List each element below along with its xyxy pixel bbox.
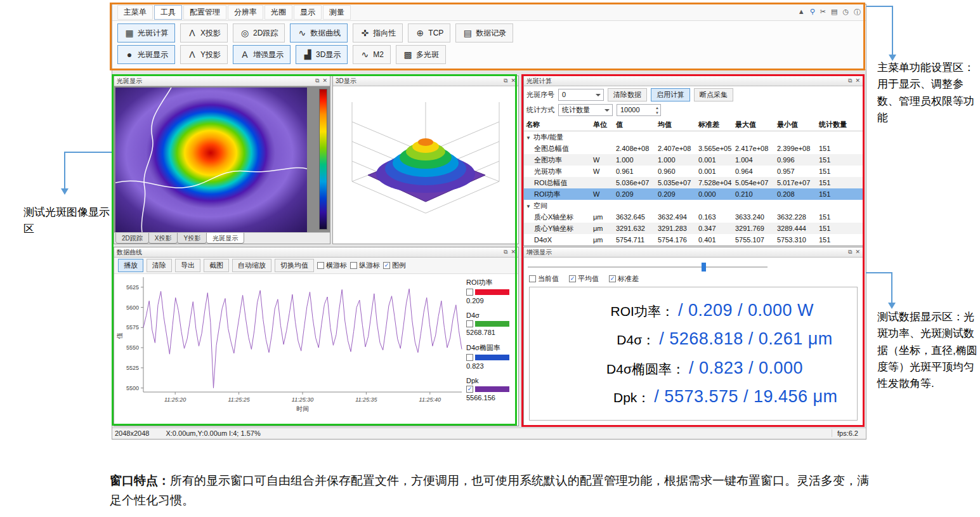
3d-surface-plot[interactable] (333, 86, 518, 244)
checkbox-label: 当前值 (538, 274, 559, 284)
pointing-button[interactable]: ✜指向性 (353, 23, 403, 43)
clear-button[interactable]: 清除 (147, 259, 172, 272)
menu-item-7[interactable]: 测量 (323, 5, 351, 20)
readout-label: D4σ： (554, 331, 655, 349)
3d-display-button[interactable]: ▟3D显示 (296, 45, 348, 64)
menu-item-1[interactable]: 主菜单 (117, 5, 153, 20)
table-row[interactable]: 质心X轴坐标μm3632.6453632.4940.1633633.240363… (524, 211, 863, 223)
lock-icon[interactable]: ✂ (820, 8, 826, 17)
calc-table: 名称单位值均值标准差最大值最小值统计数量 ▼功率/能量全图总幅值2.408e+0… (524, 119, 863, 245)
footer-note-title: 窗口特点： (110, 474, 170, 487)
menu-item-3[interactable]: 配置管理 (183, 5, 226, 20)
annotation-text-data-area: 测试数据显示区：光斑功率、光斑测试数据（坐标，直径,椭圆度等）光斑平顶均匀性发散… (877, 309, 977, 393)
float-icon[interactable]: ⧉ (504, 249, 507, 256)
info-icon[interactable]: ⓘ (854, 8, 861, 17)
close-icon[interactable]: ✕ (855, 77, 860, 84)
enhance-slider[interactable] (528, 263, 768, 272)
checkbox-icon[interactable] (569, 275, 576, 282)
menu-item-5[interactable]: 光圈 (265, 5, 292, 20)
checkbox-icon[interactable] (350, 262, 357, 269)
beam-image[interactable] (114, 86, 330, 232)
close-icon[interactable]: ✕ (511, 77, 516, 84)
toggle-mean-button[interactable]: 切换均值 (275, 259, 314, 272)
enable-calc-button[interactable]: 启用计算 (651, 88, 690, 101)
float-icon[interactable]: ⧉ (315, 77, 319, 84)
float-icon[interactable]: ⧉ (848, 249, 852, 256)
enhance-display-button[interactable]: A增强显示 (233, 45, 291, 64)
clock-icon[interactable]: ◷ (842, 8, 849, 17)
checkbox-icon[interactable] (383, 262, 390, 269)
auto-scale-button[interactable]: 自动缩放 (232, 259, 271, 272)
svg-text:11:25:25: 11:25:25 (228, 396, 250, 403)
curve-checkbox[interactable]: 纵游标 (350, 261, 380, 270)
menu-item-6[interactable]: 显示 (294, 5, 322, 20)
beam-tab-2[interactable]: X投影 (148, 233, 178, 244)
annotation-arrow-right (866, 272, 892, 273)
table-row[interactable]: ROI功率W0.2090.2090.0000.2100.208151 (524, 188, 863, 200)
table-cell: 7.528e+04 (696, 179, 733, 187)
curve-checkbox[interactable]: 图例 (383, 261, 406, 270)
table-row[interactable]: 全图总幅值2.408e+082.407e+083.565e+052.417e+0… (524, 143, 863, 154)
legend-checkbox[interactable] (466, 386, 473, 393)
enhance-checkbox[interactable]: 平均值 (569, 274, 599, 284)
surface-icon: ▟ (303, 49, 313, 60)
float-icon[interactable]: ⧉ (848, 77, 852, 84)
enhance-checkbox[interactable]: 当前值 (529, 274, 559, 284)
beam-display-button[interactable]: ●光斑显示 (117, 45, 175, 64)
close-icon[interactable]: ✕ (855, 249, 860, 256)
slider-handle[interactable] (702, 263, 706, 272)
clear-data-button[interactable]: 清除数据 (608, 88, 647, 101)
2d-tracking-button[interactable]: ◎2D跟踪 (233, 23, 285, 43)
checkbox-icon[interactable] (529, 275, 536, 282)
x-projection-button[interactable]: ΛX投影 (180, 23, 228, 43)
curve-chart-svg[interactable]: 56255600557555505525550011:25:2011:25:25… (114, 274, 467, 421)
legend-row (466, 354, 514, 361)
checkbox-icon[interactable] (609, 275, 616, 282)
pin-icon[interactable]: ⚲ (810, 8, 815, 17)
table-group-row[interactable]: ▼空间 (524, 200, 863, 211)
beam-tab-1[interactable]: 2D跟踪 (115, 233, 149, 244)
menu-item-4[interactable]: 分辨率 (228, 5, 263, 20)
table-cell: 0.401 (696, 236, 733, 244)
breakpoint-capture-button[interactable]: 断点采集 (694, 88, 733, 101)
calc-grid-icon: ▦ (124, 28, 134, 38)
y-projection-button[interactable]: ΛY投影 (180, 45, 228, 64)
beam-tab-3[interactable]: Y投影 (177, 233, 207, 244)
table-row[interactable]: 质心Y轴坐标μm3291.6323291.2830.3473291.769328… (524, 223, 863, 234)
legend-checkbox[interactable] (466, 289, 473, 296)
table-cell: 1.004 (733, 156, 775, 164)
menu-item-2[interactable]: 工具 (154, 5, 182, 20)
legend-checkbox[interactable] (466, 320, 473, 327)
annotation-arrowhead-left (61, 188, 69, 195)
m2-button[interactable]: ∿M2 (353, 45, 391, 64)
table-group-row[interactable]: ▼功率/能量 (524, 131, 863, 143)
stat-mode-select[interactable]: 统计数量 (558, 104, 613, 116)
chevron-down-icon: ▼ (526, 204, 531, 209)
beam-tab-4[interactable]: 光斑显示 (206, 233, 244, 244)
close-icon[interactable]: ✕ (322, 77, 327, 84)
legend-checkbox[interactable] (466, 354, 473, 361)
checkbox-icon[interactable] (317, 262, 324, 269)
table-row[interactable]: 光斑功率W0.9610.9600.0010.9640.957151 (524, 166, 863, 177)
beam-calc-panel: 光斑计算 ⧉ ✕ 光斑序号 0 清除数据启用计算断点采集 统计方式 统计数量 1… (523, 75, 863, 246)
data-curve-button[interactable]: ∿数据曲线 (290, 23, 348, 43)
enhance-checkbox[interactable]: 标准差 (609, 274, 639, 284)
data-record-button[interactable]: ▤数据记录 (455, 23, 513, 43)
table-cell: 1.000 (656, 156, 696, 164)
export-button[interactable]: 导出 (175, 259, 200, 272)
screenshot-button[interactable]: 截图 (204, 259, 229, 272)
table-row[interactable]: D4σXμm5754.7115754.1760.4015755.1075753.… (524, 234, 863, 245)
play-button[interactable]: 播放 (118, 259, 143, 272)
window-icon[interactable]: ▤ (831, 8, 837, 17)
table-row[interactable]: 全图功率W1.0001.0000.0011.0040.996151 (524, 154, 863, 166)
stat-count-spinner[interactable]: 10000▲▼ (617, 104, 661, 116)
tcp-button[interactable]: ⊕TCP (408, 23, 450, 43)
beam-calc-button[interactable]: ▦光斑计算 (117, 23, 175, 43)
multi-beam-button[interactable]: ▩多光斑 (396, 45, 446, 64)
float-icon[interactable]: ⧉ (504, 77, 507, 84)
table-row[interactable]: ROI总幅值5.036e+075.035e+077.528e+045.054e+… (524, 177, 863, 188)
collapse-icon[interactable]: ▲ (798, 8, 805, 17)
close-icon[interactable]: ✕ (511, 249, 516, 256)
beam-seq-select[interactable]: 0 (558, 89, 604, 101)
curve-checkbox[interactable]: 横游标 (317, 261, 347, 270)
